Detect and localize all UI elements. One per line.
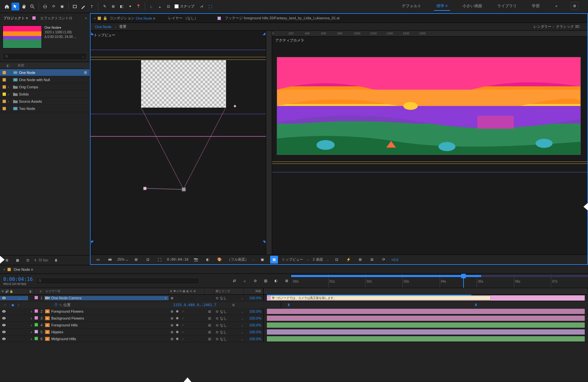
layer-row[interactable]: › 2 AiForeground Flowers ⊕ ✱ ⟋ ⊠ ⊚なし⌄ 10… (0, 308, 588, 315)
stretch-header[interactable]: 伸縮 (244, 288, 263, 294)
fast-preview-icon[interactable]: ⚡ (345, 256, 352, 264)
current-time[interactable]: 0:00:04:16 (167, 257, 188, 262)
ws-standard[interactable]: 標準 ≡ (434, 2, 450, 11)
draft3d-icon[interactable]: ⟐ (241, 277, 249, 285)
svg-point-24 (4, 311, 5, 312)
ws-learn[interactable]: 学習 (529, 2, 542, 11)
breadcrumb-next[interactable]: 背景 (119, 24, 126, 29)
transparency-toggle-icon[interactable]: ▦ (270, 256, 278, 264)
layer-row[interactable]: ⌄ 1 One Node Camera▾ ⊕ ⊚なし⌄ 100.0% 単一のノー… (0, 295, 588, 302)
bpc-label[interactable]: 32 bpc (39, 258, 48, 262)
effect-controls-tab[interactable]: エフェクトコントロ (37, 14, 76, 23)
puppet-tool-icon[interactable]: 📍 (135, 3, 142, 10)
top-view[interactable]: トップビュー ◣ ◢ ◤ ◥ (90, 31, 266, 254)
view-count-select[interactable]: 2 画面 (313, 257, 323, 262)
mask-toggle-icon[interactable]: ▭ (94, 256, 102, 264)
project-tab[interactable]: プロジェクト ≡ (0, 14, 31, 23)
zoom-tool-icon[interactable] (28, 3, 36, 10)
footage-tab[interactable]: フッテージ foreground hills 20/Fantasy_land_b… (218, 16, 339, 21)
project-item[interactable]: › Orig Comps (0, 83, 90, 91)
project-item[interactable]: › Solids (0, 91, 90, 98)
settings-icon[interactable]: ⚙ (571, 2, 579, 10)
timeline-search-input[interactable] (42, 279, 197, 283)
hand-tool-icon[interactable] (20, 3, 28, 10)
channel-icon[interactable]: ◐ (204, 256, 212, 264)
new-folder-icon[interactable]: ▦ (13, 256, 21, 264)
layer-row[interactable]: › 5 AiHippies ⊕ ✱ ⟋ ⊠ ⊚なし⌄ 100.0% (0, 329, 588, 336)
trash-icon[interactable]: 🗑 (52, 256, 60, 264)
project-item[interactable]: One Node with Null (0, 76, 90, 83)
ws-default[interactable]: デフォルト (399, 2, 424, 11)
exposure-value[interactable]: +0.0 (391, 258, 399, 262)
graph-editor-icon[interactable]: ⊞ (283, 277, 290, 285)
safe-zone-icon[interactable]: ⛶ (155, 256, 163, 264)
pen-tool-icon[interactable] (79, 3, 87, 10)
frame-blend-icon[interactable]: ▥ (262, 277, 270, 285)
zoom-select[interactable]: 25% ⌄ (117, 257, 128, 262)
grid-icon[interactable]: ⊞ (132, 256, 140, 264)
clone-tool-icon[interactable]: ⊞ (109, 3, 117, 10)
lock-icon[interactable]: 🔒 (103, 16, 107, 20)
timeline-tab[interactable]: One Node (14, 268, 30, 271)
comp-thumbnail[interactable] (3, 26, 42, 48)
breadcrumb-current[interactable]: One Node (95, 25, 111, 29)
project-search[interactable]: ⌄ (3, 53, 87, 60)
new-comp-icon[interactable]: ⊡ (24, 256, 32, 264)
3d-toggle-icon[interactable]: 🕶 (106, 256, 114, 264)
shy-icon[interactable]: ⊘ (251, 277, 259, 285)
resolution-select[interactable]: （フル画質） (227, 257, 249, 262)
active-camera-view[interactable]: 020040060080010001200140016001800 アクティブカ… (266, 31, 587, 254)
roi-icon[interactable]: ▣ (258, 256, 266, 264)
timeline-search[interactable] (36, 278, 199, 284)
panel-overflow-icon[interactable]: » (82, 16, 90, 20)
brush-tool-icon[interactable]: ✎ (101, 3, 108, 10)
axis-view-icon[interactable]: ⊡ (164, 3, 172, 10)
project-item[interactable]: › Source Assets (0, 98, 90, 105)
layer-name-header[interactable]: レイヤー名 (44, 288, 169, 294)
property-row-position[interactable]: ‹ ◆ › ⏱⤡位置 1155.0,480.0,-2401.7 ⊚ ⧗ ⧗ (0, 302, 588, 308)
project-search-input[interactable] (9, 55, 82, 59)
more-workspaces-icon[interactable]: » (552, 2, 560, 10)
snap-opt1-icon[interactable]: ⋌ (198, 3, 205, 10)
axis-world-icon[interactable]: ⟁ (156, 3, 164, 10)
project-item[interactable]: Two Node (0, 105, 90, 112)
edge-caret-left (0, 256, 5, 264)
snap-opt2-icon[interactable]: ⛶ (206, 3, 214, 10)
rectangle-tool-icon[interactable] (71, 3, 79, 10)
color-mgmt-icon[interactable]: 🎨 (216, 256, 223, 264)
layer-row[interactable]: › 6 AiMidground Hills ⊕ ✱ ⟋ ⊠ ⊚なし⌄ 100.0… (0, 336, 588, 342)
selection-tool-icon[interactable] (11, 3, 19, 10)
home-icon[interactable] (3, 3, 11, 10)
timeline-timecode[interactable]: 0:00:04:16 (3, 276, 33, 282)
timeline-icon[interactable]: ⊞ (356, 256, 364, 264)
comp-tab-active[interactable]: One Node (136, 16, 152, 20)
layer-row[interactable]: › 4 AiForeground Hills ⊕ ✱ ⟋ ⊠ ⊚なし⌄ 100.… (0, 322, 588, 329)
ws-small[interactable]: 小さい画面 (460, 2, 485, 11)
project-item[interactable]: One Node⊞ (0, 69, 90, 76)
orbit-tool-icon[interactable] (41, 3, 49, 10)
ws-library[interactable]: ライブラリ (495, 2, 519, 11)
comp-mini-flow-icon[interactable]: ⇄ (230, 277, 238, 285)
flowchart-icon[interactable]: ⊟ (368, 256, 376, 264)
renderer-selector[interactable]: レンダラー： クラシック 3D (533, 24, 583, 29)
type-tool-icon[interactable]: T (88, 3, 96, 10)
name-column-header[interactable]: 名前 (18, 63, 24, 68)
view-layout-select[interactable]: トップビュー (282, 257, 303, 262)
rotate-tool-icon[interactable]: ⟳ (50, 3, 57, 10)
guides-icon[interactable]: ⊡ (144, 256, 152, 264)
motion-blur-icon[interactable]: ◐ (272, 277, 280, 285)
snap-checkbox[interactable] (174, 4, 179, 9)
reset-exposure-icon[interactable]: ⟳ (380, 256, 388, 264)
pan-behind-tool-icon[interactable]: ▣ (58, 3, 66, 10)
layer-row[interactable]: › 3 AiBackground Flowers ⊕ ✱ ⟋ ⊠ ⊚なし⌄ 10… (0, 315, 588, 322)
eraser-tool-icon[interactable]: ◧ (118, 3, 125, 10)
axis-local-icon[interactable]: ⟀ (147, 3, 155, 10)
parent-header[interactable]: 親とリンク (214, 288, 244, 294)
svg-point-17 (438, 142, 455, 151)
snapshot-icon[interactable]: 📷 (192, 256, 200, 264)
time-ruler[interactable]: :00s01s02s03s04s05s06s07s (291, 274, 588, 288)
pixel-aspect-icon[interactable]: ⊡ (333, 256, 341, 264)
comp-metadata: One Node▾ 1920 x 1080 (1.00) Δ 0:00:10:0… (44, 26, 76, 48)
layer-tab[interactable]: レイヤー （なし） (168, 16, 198, 21)
roto-brush-icon[interactable]: ✦ (126, 3, 134, 10)
